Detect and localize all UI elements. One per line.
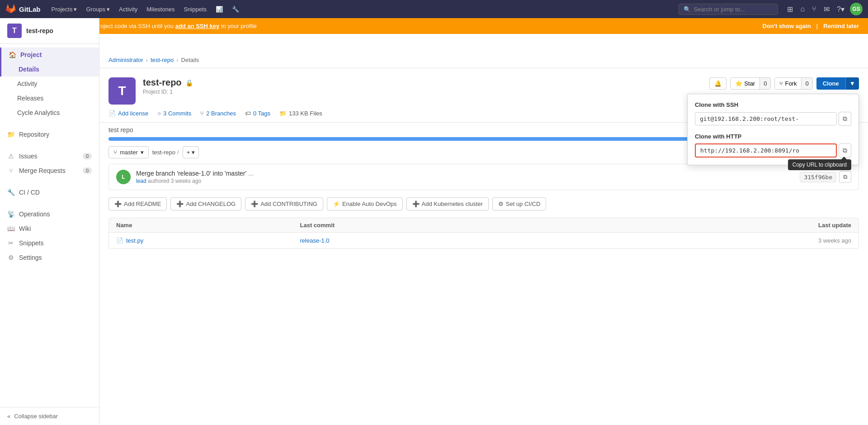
gitlab-brand[interactable]: GitLab bbox=[5, 4, 41, 14]
commit-ellipsis: ... bbox=[248, 170, 254, 177]
clone-ssh-copy-button[interactable]: ⧉ bbox=[839, 112, 851, 126]
sidebar-item-activity[interactable]: Activity bbox=[0, 76, 99, 91]
project-id: Project ID: 1 bbox=[143, 89, 702, 95]
sidebar-item-merge-requests[interactable]: ⑂ Merge Requests 0 bbox=[0, 163, 99, 178]
sidebar-item-project[interactable]: 🏠 Project bbox=[0, 48, 99, 62]
clone-ssh-input-row: ⧉ bbox=[695, 112, 851, 126]
merge-requests-icon: ⑂ bbox=[7, 167, 14, 174]
clone-ssh-input[interactable] bbox=[695, 112, 837, 125]
ci-section: 🔧 CI / CD bbox=[0, 181, 99, 203]
add-readme-button[interactable]: ➕ Add README bbox=[108, 197, 167, 210]
nav-groups[interactable]: Groups ▾ bbox=[82, 4, 113, 14]
branch-selector[interactable]: ⑂ master ▾ bbox=[108, 146, 149, 158]
add-license-link[interactable]: Add license bbox=[118, 110, 148, 117]
sidebar-item-operations[interactable]: 📡 Operations bbox=[0, 207, 99, 221]
sidebar-item-settings[interactable]: ⚙ Settings bbox=[0, 250, 99, 265]
add-icon: ➕ bbox=[251, 201, 258, 207]
file-name-cell[interactable]: 📄 test.py bbox=[116, 237, 300, 244]
clone-ssh-title: Clone with SSH bbox=[695, 101, 851, 108]
file-commit-cell[interactable]: release-1.0 bbox=[300, 237, 668, 244]
app-layout: T test-repo 🏠 Project Details Activity R… bbox=[0, 34, 868, 425]
breadcrumb-sep-1: › bbox=[146, 57, 148, 63]
table-row: 📄 test.py release-1.0 3 weeks ago bbox=[109, 233, 859, 248]
tooltip-arrow bbox=[841, 157, 847, 159]
ssh-banner-actions: Don't show again | Remind later bbox=[763, 23, 859, 29]
top-navbar: GitLab Projects ▾ Groups ▾ Activity Mile… bbox=[0, 0, 868, 18]
merge-requests-button[interactable]: ⑂ bbox=[810, 3, 818, 15]
breadcrumb: Administrator › test-repo › Details bbox=[99, 52, 868, 68]
clone-ssh-section: Clone with SSH ⧉ bbox=[695, 101, 851, 126]
remind-later-button[interactable]: Remind later bbox=[823, 23, 859, 29]
fork-button[interactable]: ⑂ Fork bbox=[775, 78, 801, 89]
clone-button[interactable]: Clone bbox=[816, 77, 845, 90]
clone-dropdown-button[interactable]: ▼ bbox=[845, 77, 859, 90]
commit-hash: 315f96be bbox=[800, 172, 836, 182]
setup-cicd-button[interactable]: ⚙ Set up CI/CD bbox=[492, 197, 547, 210]
sidebar-item-details[interactable]: Details bbox=[0, 62, 99, 76]
dismiss-banner-button[interactable]: Don't show again bbox=[763, 23, 811, 29]
search-box[interactable]: 🔍 Search or jump to... bbox=[679, 4, 778, 15]
sidebar-item-ci-cd[interactable]: 🔧 CI / CD bbox=[0, 185, 99, 200]
issues-section: ⚠ Issues 0 ⑂ Merge Requests 0 bbox=[0, 145, 99, 181]
sidebar-project-header: T test-repo bbox=[0, 18, 99, 44]
breadcrumb-administrator[interactable]: Administrator bbox=[108, 57, 143, 63]
project-meta-branches: ⑂ 2 Branches bbox=[200, 110, 236, 117]
sidebar-item-cycle-analytics[interactable]: Cycle Analytics bbox=[0, 105, 99, 120]
clone-http-copy-button[interactable]: ⧉ bbox=[839, 143, 851, 158]
star-button-group: ⭐ Star 0 bbox=[730, 77, 771, 90]
breadcrumb-sep-2: › bbox=[176, 57, 178, 63]
nav-activity[interactable]: Activity bbox=[115, 4, 141, 14]
copy-url-tooltip: Copy URL to clipboard bbox=[788, 159, 851, 170]
sidebar-item-snippets[interactable]: ✂ Snippets bbox=[0, 236, 99, 250]
merge-requests-badge: 0 bbox=[83, 167, 92, 174]
sidebar-item-releases[interactable]: Releases bbox=[0, 91, 99, 105]
project-info: test-repo 🔒 Project ID: 1 bbox=[143, 77, 702, 95]
sidebar-item-repository[interactable]: 📁 Repository bbox=[0, 127, 99, 142]
add-ssh-key-link[interactable]: add an SSH key bbox=[175, 23, 220, 29]
nav-snippets[interactable]: Snippets bbox=[180, 4, 210, 14]
project-avatar: T bbox=[108, 77, 136, 105]
clone-http-input[interactable] bbox=[695, 143, 837, 158]
project-meta-license: 📄 Add license bbox=[108, 110, 148, 117]
notification-button[interactable]: 🔔 bbox=[709, 77, 726, 90]
commit-hash-copy-button[interactable]: ⧉ bbox=[839, 171, 851, 183]
star-button[interactable]: ⭐ Star bbox=[731, 78, 760, 89]
navbar-action-icons: ⊞ ⌂ ⑂ ✉ ?▾ GS bbox=[785, 3, 863, 15]
enable-auto-devops-button[interactable]: ⚡ Enable Auto DevOps bbox=[327, 197, 403, 210]
chevron-down-icon: ▾ bbox=[74, 6, 77, 13]
nav-wrench-icon[interactable]: 🔧 bbox=[228, 4, 243, 14]
file-table: Name Last commit Last update 📄 test.py r… bbox=[108, 218, 859, 249]
file-date-cell: 3 weeks ago bbox=[668, 237, 852, 244]
fork-count: 0 bbox=[801, 78, 812, 89]
add-kubernetes-button[interactable]: ➕ Add Kubernetes cluster bbox=[406, 197, 489, 210]
add-contributing-button[interactable]: ➕ Add CONTRIBUTING bbox=[245, 197, 323, 210]
user-avatar[interactable]: GS bbox=[850, 3, 863, 15]
plus-icon: + bbox=[187, 149, 190, 156]
nav-projects[interactable]: Projects ▾ bbox=[48, 4, 81, 14]
plus-menu-button[interactable]: ⊞ bbox=[785, 3, 795, 15]
repo-add-button[interactable]: + ▾ bbox=[183, 146, 199, 158]
breadcrumb-repo[interactable]: test-repo bbox=[151, 57, 174, 63]
project-title: test-repo 🔒 bbox=[143, 77, 702, 88]
bell-icon: 🔔 bbox=[714, 80, 722, 87]
tags-link[interactable]: 0 Tags bbox=[253, 110, 270, 117]
commits-link[interactable]: 3 Commits bbox=[163, 110, 191, 117]
sidebar-item-wiki[interactable]: 📖 Wiki bbox=[0, 221, 99, 236]
add-changelog-button[interactable]: ➕ Add CHANGELOG bbox=[170, 197, 241, 210]
branches-link[interactable]: 2 Branches bbox=[206, 110, 236, 117]
collapse-sidebar-button[interactable]: « Collapse sidebar bbox=[0, 407, 99, 425]
commit-author-link[interactable]: lead bbox=[136, 178, 146, 184]
operations-icon: 📡 bbox=[7, 210, 14, 218]
todos-button[interactable]: ✉ bbox=[822, 3, 831, 15]
repository-icon: 📁 bbox=[7, 131, 14, 138]
sidebar-item-issues[interactable]: ⚠ Issues 0 bbox=[0, 149, 99, 163]
nav-milestones[interactable]: Milestones bbox=[143, 4, 178, 14]
gitlab-logo-icon bbox=[5, 4, 16, 14]
issues-icon: ⚠ bbox=[7, 153, 14, 160]
issues-button[interactable]: ⌂ bbox=[798, 3, 807, 15]
help-button[interactable]: ?▾ bbox=[835, 3, 846, 15]
nav-chart-icon[interactable]: 📊 bbox=[212, 4, 226, 14]
search-icon: 🔍 bbox=[684, 6, 691, 13]
cicd-icon: ⚙ bbox=[498, 201, 504, 207]
search-placeholder: Search or jump to... bbox=[693, 6, 745, 13]
